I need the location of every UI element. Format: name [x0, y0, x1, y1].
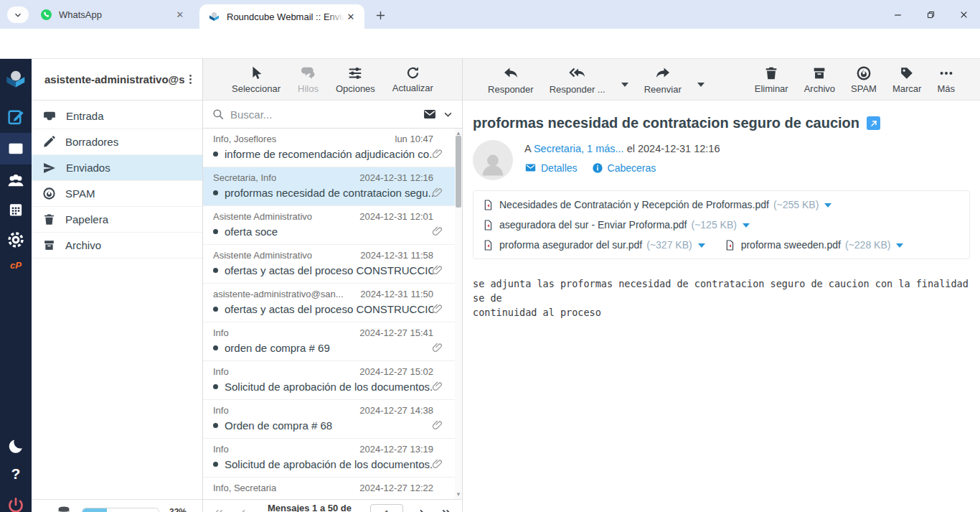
folder-label: Papelera — [65, 213, 108, 225]
body-line: continuidad al proceso — [473, 305, 969, 320]
settings-gear-icon[interactable] — [7, 231, 24, 248]
tab-whatsapp[interactable]: WhatsApp ✕ — [32, 0, 194, 29]
more-button[interactable]: Más — [937, 65, 955, 94]
help-icon[interactable]: ? — [11, 465, 21, 483]
message-view-panel: Responder Responder ... Reenviar Elimina… — [463, 59, 980, 512]
tab-close-icon[interactable]: ✕ — [344, 10, 357, 23]
reply-all-caret-icon[interactable] — [621, 83, 628, 90]
list-scrollbar[interactable]: ▲ ▼ — [455, 129, 462, 499]
account-row[interactable]: asistente-administrativo@sa... — [32, 59, 202, 101]
calendar-icon[interactable] — [8, 201, 24, 218]
select-button[interactable]: Seleccionar — [232, 65, 281, 94]
list-item[interactable]: Info2024-12-27 15:41 orden de compra # 6… — [203, 322, 462, 361]
folder-enviados[interactable]: Enviados — [32, 155, 202, 181]
attachment-item[interactable]: Necesidades de Contratación y Recepción … — [482, 195, 961, 215]
unread-dot — [213, 268, 218, 273]
attachment-menu-caret-icon[interactable] — [743, 223, 750, 231]
folder-entrada[interactable]: Entrada — [32, 103, 202, 129]
list-item[interactable]: asistente-administrativo@san...2024-12-3… — [203, 284, 462, 322]
roundcube-logo-icon — [4, 68, 28, 91]
scroll-down-icon[interactable]: ▼ — [456, 491, 461, 498]
open-in-new-window-icon[interactable] — [867, 116, 880, 130]
forward-caret-icon[interactable] — [697, 83, 705, 90]
archive-icon — [42, 238, 56, 252]
roundcube-app: cP ? asistente-administrativo@sa... Entr… — [0, 59, 980, 512]
delete-button[interactable]: Eliminar — [755, 65, 788, 94]
account-menu-kebab-icon[interactable] — [184, 73, 197, 85]
sender-avatar — [473, 140, 513, 180]
compose-icon[interactable] — [7, 108, 25, 126]
tab-search-button[interactable] — [7, 6, 29, 23]
mark-button[interactable]: Marcar — [892, 65, 921, 94]
spam-flame-icon — [42, 187, 56, 200]
threads-button[interactable]: Hilos — [298, 65, 319, 94]
folder-borradores[interactable]: Borradores — [32, 129, 202, 155]
archive-icon — [811, 65, 827, 81]
attachment-menu-caret-icon[interactable] — [698, 243, 705, 251]
unread-dot — [213, 384, 218, 389]
folder-label: Entrada — [66, 110, 104, 122]
list-item[interactable]: Info2024-12-27 15:02 Solicitud de aproba… — [203, 361, 462, 400]
more-recipients-link[interactable]: 1 más... — [587, 143, 624, 154]
message-subject: proformas necesidad de contratacion segu… — [473, 115, 859, 131]
attachment-item[interactable]: proforma asegurador del sur.pdf (~327 KB… — [482, 239, 705, 251]
folder-papelera[interactable]: Papelera — [32, 207, 202, 233]
list-item[interactable]: Info, Josefloreslun 10:47 informe de rec… — [203, 129, 462, 167]
contacts-icon[interactable] — [6, 171, 25, 190]
logout-power-icon[interactable] — [6, 496, 25, 512]
search-options-chevron-icon[interactable] — [443, 109, 453, 120]
window-minimize-button[interactable] — [881, 0, 914, 29]
pagination-label: Mensajes 1 a 50 de 426 — [262, 503, 357, 512]
window-restore-button[interactable] — [914, 0, 947, 29]
list-item[interactable]: Asistente Administrativo2024-12-31 12:01… — [203, 206, 462, 245]
pdf-file-icon — [482, 239, 494, 251]
list-item[interactable]: Info2024-12-27 13:19 Solicitud de aproba… — [203, 439, 462, 478]
recipient-link[interactable]: Secretaria, — [534, 143, 584, 154]
options-button[interactable]: Opciones — [336, 65, 375, 94]
attachment-menu-caret-icon[interactable] — [896, 243, 903, 251]
attachment-list: Necesidades de Contratación y Recepción … — [473, 190, 970, 259]
headers-toggle[interactable]: Cabeceras — [592, 162, 656, 174]
folder-label: Enviados — [66, 162, 110, 174]
message-list-panel: Seleccionar Hilos Opciones Actualizar — [203, 59, 463, 512]
threads-bubbles-icon — [300, 65, 316, 81]
list-item[interactable]: Info, Secretaria2024-12-27 12:22 — [203, 478, 462, 499]
rail-mail-item[interactable] — [0, 133, 32, 164]
spam-button[interactable]: SPAM — [851, 65, 877, 94]
folder-spam[interactable]: SPAM — [32, 181, 202, 207]
drafts-pencil-icon — [42, 135, 56, 149]
attachment-menu-caret-icon[interactable] — [824, 203, 831, 211]
reply-button[interactable]: Responder — [488, 65, 534, 95]
dark-mode-moon-icon[interactable] — [7, 437, 25, 455]
refresh-icon — [405, 65, 420, 80]
cpanel-icon[interactable]: cP — [10, 260, 22, 271]
list-item[interactable]: Info2024-12-27 14:38 Orden de compra # 6… — [203, 400, 462, 439]
unread-dot — [213, 423, 218, 428]
search-scope-envelope-icon[interactable] — [423, 107, 437, 121]
page-number-input[interactable] — [370, 504, 403, 512]
prev-page-icon[interactable] — [237, 508, 249, 512]
archive-button[interactable]: Archivo — [804, 65, 835, 94]
refresh-button[interactable]: Actualizar — [392, 65, 433, 93]
folder-archivo[interactable]: Archivo — [32, 233, 202, 259]
tab-roundcube[interactable]: Roundcube Webmail :: Enviados ✕ — [199, 4, 364, 29]
pdf-file-icon — [482, 199, 494, 211]
new-tab-button[interactable] — [372, 6, 389, 24]
first-page-icon[interactable] — [213, 508, 225, 512]
forward-button[interactable]: Reenviar — [644, 65, 682, 95]
scrollbar-thumb[interactable] — [456, 136, 461, 208]
message-body: se adjunta las proformas necesidad de co… — [463, 259, 980, 320]
list-item-selected[interactable]: Secretaria, Info2024-12-31 12:16 proform… — [203, 167, 462, 206]
details-toggle[interactable]: Detalles — [524, 162, 578, 174]
last-page-icon[interactable] — [440, 508, 452, 512]
window-close-button[interactable] — [947, 0, 980, 29]
list-item[interactable]: Asistente Administrativo2024-12-31 11:58… — [203, 245, 462, 284]
next-page-icon[interactable] — [416, 508, 428, 512]
message-rows: Info, Josefloreslun 10:47 informe de rec… — [203, 129, 462, 499]
reply-all-button[interactable]: Responder ... — [550, 65, 606, 95]
attachment-item[interactable]: proforma sweeden.pdf (~228 KB) — [724, 239, 904, 251]
attachment-paperclip-icon — [432, 148, 443, 159]
folder-label: SPAM — [65, 187, 95, 200]
search-input[interactable] — [230, 108, 417, 121]
attachment-item[interactable]: aseguradora del sur - Enviar Proforma.pd… — [482, 215, 961, 235]
